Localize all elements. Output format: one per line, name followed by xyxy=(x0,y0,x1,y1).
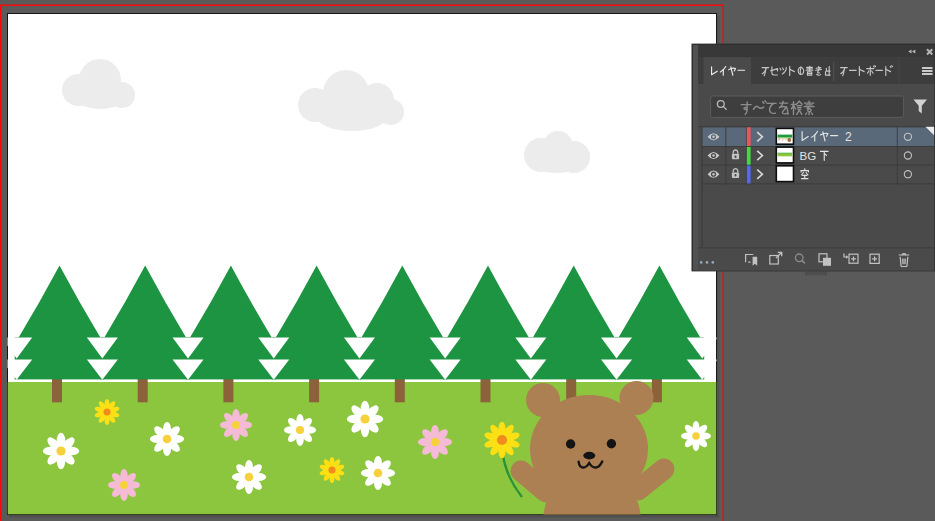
svg-text:BG: BG xyxy=(800,150,817,162)
svg-text:2: 2 xyxy=(845,130,852,144)
